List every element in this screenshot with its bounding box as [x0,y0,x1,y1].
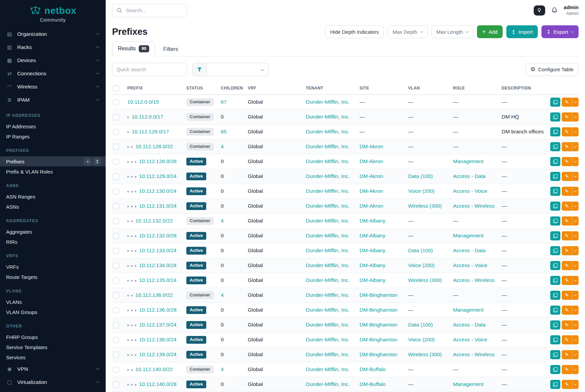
prefix-link[interactable]: 10.112.130.0/24 [139,188,177,194]
global-search-input[interactable] [125,7,183,14]
row-checkbox[interactable] [113,188,119,194]
edit-dropdown-button[interactable] [572,187,579,196]
copy-button[interactable] [550,380,560,389]
prefix-link[interactable]: 10.112.133.0/24 [139,247,177,253]
role-link[interactable]: Access - Voice [453,337,487,342]
tenant-link[interactable]: Dunder-Mifflin, Inc. [306,233,350,238]
configure-table-button[interactable]: ⚙ Configure Table [525,63,579,76]
edit-dropdown-button[interactable] [572,291,579,300]
vlan-link[interactable]: Wireless (300) [408,203,442,209]
sidebar-item-rirs[interactable]: RIRs [0,237,106,247]
prefix-link[interactable]: 10.112.128.0/22 [135,143,173,149]
export-dropdown[interactable]: ↧ Export [541,25,579,38]
site-link[interactable]: DM-Akron [360,203,383,209]
edit-button[interactable]: ✎ [562,291,572,300]
role-link[interactable]: Access - Wireless [453,277,495,283]
role-link[interactable]: Management [453,158,483,164]
column-header-site[interactable]: SITE [360,82,408,95]
vlan-link[interactable]: Voice (200) [408,337,434,342]
children-count-link[interactable]: 65 [221,129,227,134]
edit-button[interactable]: ✎ [562,335,572,344]
prefix-link[interactable]: 10.112.139.0/24 [139,351,177,357]
tenant-link[interactable]: Dunder-Mifflin, Inc. [306,322,350,328]
vlan-link[interactable]: Data (100) [408,173,433,179]
tenant-link[interactable]: Dunder-Mifflin, Inc. [306,158,350,164]
row-checkbox[interactable] [113,263,119,269]
children-count-link[interactable]: 67 [221,99,227,105]
copy-button[interactable] [550,276,560,285]
sidebar-item-ip-ranges[interactable]: IP Ranges [0,131,106,141]
role-link[interactable]: Access - Wireless [453,203,495,209]
tenant-link[interactable]: Dunder-Mifflin, Inc. [306,173,350,179]
copy-button[interactable] [550,202,560,211]
max-depth-dropdown[interactable]: Max Depth [388,25,428,38]
site-link[interactable]: DM-Binghamton [360,337,397,342]
edit-dropdown-button[interactable] [572,261,579,270]
quick-search-input[interactable] [112,63,187,76]
edit-dropdown-button[interactable] [572,231,579,240]
children-count-link[interactable]: 4 [221,218,224,224]
site-link[interactable]: DM-Binghamton [360,307,397,313]
row-checkbox[interactable] [113,159,119,165]
tenant-link[interactable]: Dunder-Mifflin, Inc. [306,277,350,283]
site-link[interactable]: DM-Akron [360,188,383,194]
sidebar-group-circuits[interactable]: ⊷Circuits [0,389,106,392]
edit-button[interactable]: ✎ [562,112,572,122]
copy-button[interactable] [550,350,560,359]
sidebar-item-services[interactable]: Services [0,352,106,362]
column-header-tenant[interactable]: TENANT [306,82,360,95]
edit-button[interactable]: ✎ [562,202,572,211]
vlan-link[interactable]: Wireless (300) [408,277,442,283]
vlan-link[interactable]: Wireless (300) [408,351,442,357]
tenant-link[interactable]: Dunder-Mifflin, Inc. [306,366,350,372]
row-checkbox[interactable] [113,322,119,328]
edit-button[interactable]: ✎ [562,320,572,330]
user-menu[interactable]: admin Admin [564,4,579,16]
edit-button[interactable]: ✎ [562,216,572,226]
edit-button[interactable]: ✎ [562,142,572,151]
prefix-link[interactable]: 10.112.132.0/22 [135,218,173,224]
prefix-link[interactable]: 10.112.137.0/24 [139,322,177,328]
edit-dropdown-button[interactable] [572,306,579,315]
sidebar-item-service-templates[interactable]: Service Templates [0,342,106,352]
copy-button[interactable] [550,172,560,181]
sidebar-item-vlans[interactable]: VLANs [0,297,106,307]
quick-add-button[interactable]: + [84,158,91,165]
sidebar-item-aggregates[interactable]: Aggregates [0,227,106,237]
column-header-role[interactable]: ROLE [453,82,502,95]
edit-dropdown-button[interactable] [572,112,579,122]
column-header-status[interactable]: STATUS [186,82,221,95]
site-link[interactable]: DM-Buffalo [360,381,385,387]
row-checkbox[interactable] [113,352,119,358]
prefix-link[interactable]: 10.112.128.0/28 [139,158,177,164]
column-header-description[interactable]: DESCRIPTION [502,82,550,95]
column-header-prefix[interactable]: PREFIX [127,82,186,95]
role-link[interactable]: Access - Data [453,173,485,179]
tenant-link[interactable]: Dunder-Mifflin, Inc. [306,262,350,268]
site-link[interactable]: DM-Akron [360,143,383,149]
edit-dropdown-button[interactable] [572,365,579,374]
tenant-link[interactable]: Dunder-Mifflin, Inc. [306,247,350,253]
edit-button[interactable]: ✎ [562,261,572,270]
max-length-dropdown[interactable]: Max Length [431,25,473,38]
column-header-vrf[interactable]: VRF [248,82,306,95]
sidebar-item-prefix-vlan-roles[interactable]: Prefix & VLAN Roles [0,166,106,177]
sidebar-item-asn-ranges[interactable]: ASN Ranges [0,191,106,202]
import-button[interactable]: ↥ Import [506,25,538,38]
edit-dropdown-button[interactable] [572,380,579,389]
prefix-link[interactable]: 10.112.136.0/28 [139,307,177,313]
edit-button[interactable]: ✎ [562,187,572,196]
tenant-link[interactable]: Dunder-Mifflin, Inc. [306,143,350,149]
prefix-link[interactable]: 10.112.128.0/17 [132,129,169,134]
edit-dropdown-button[interactable] [572,172,579,181]
prefix-link[interactable]: 10.112.0.0/17 [132,114,163,120]
copy-button[interactable] [550,112,560,122]
prefix-link[interactable]: 10.112.135.0/24 [139,277,177,283]
prefix-link[interactable]: 10.112.134.0/24 [139,262,177,268]
copy-button[interactable] [550,187,560,196]
global-search[interactable] [112,4,187,17]
edit-dropdown-button[interactable] [572,127,579,136]
row-checkbox[interactable] [113,367,119,373]
vlan-link[interactable]: Data (100) [408,322,433,328]
row-checkbox[interactable] [113,292,119,298]
